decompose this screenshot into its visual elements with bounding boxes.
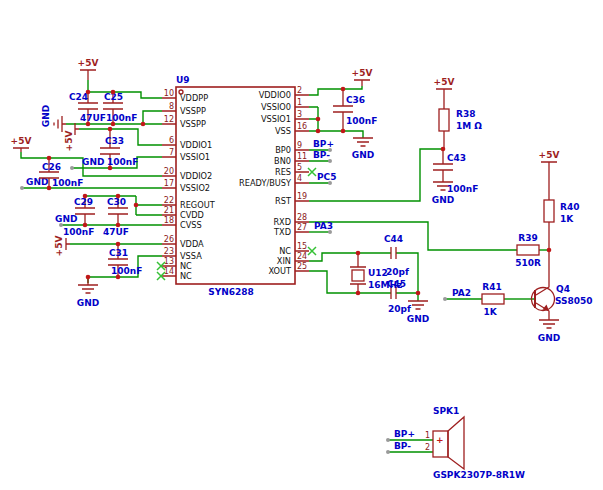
svg-text:R40: R40 <box>560 202 579 212</box>
svg-text:VDDPP: VDDPP <box>180 93 208 103</box>
svg-text:28: 28 <box>297 213 307 222</box>
svg-text:NC: NC <box>279 246 291 256</box>
gnd-label-rotated: GND <box>41 105 51 127</box>
svg-text:26: 26 <box>164 235 174 244</box>
svg-text:RXD: RXD <box>273 217 291 227</box>
svg-text:VSSPP: VSSPP <box>180 106 206 116</box>
svg-text:22: 22 <box>164 196 174 205</box>
svg-text:SS8050: SS8050 <box>555 296 593 306</box>
svg-text:VSS: VSS <box>275 126 291 136</box>
svg-text:+5V: +5V <box>434 77 455 87</box>
svg-text:20: 20 <box>164 167 174 176</box>
svg-text:23: 23 <box>164 247 174 256</box>
svg-text:1K: 1K <box>560 214 574 224</box>
net-label-bp-plus: BP+ <box>313 139 334 149</box>
capacitor-c31: C31 100nF <box>108 244 142 277</box>
gnd-symbol <box>408 301 428 309</box>
svg-text:9: 9 <box>297 141 302 150</box>
svg-text:XIN: XIN <box>277 256 291 266</box>
net-label-bp-minus: BP- <box>394 441 411 451</box>
ic-right-pin-numbers: 2 1 3 16 9 11 5 4 19 28 27 15 24 25 <box>297 86 307 271</box>
gnd-net-label: GND <box>82 157 104 167</box>
svg-text:C33: C33 <box>105 136 124 146</box>
svg-text:47UF: 47UF <box>103 227 129 237</box>
svg-text:25: 25 <box>297 262 307 271</box>
svg-text:REGOUT: REGOUT <box>180 200 216 210</box>
svg-text:11: 11 <box>297 152 307 161</box>
capacitor-c33: C33 100nF <box>100 129 138 168</box>
svg-text:18: 18 <box>164 216 174 225</box>
svg-text:17: 17 <box>164 179 174 188</box>
plus5v-symbol-rotated <box>75 123 79 135</box>
capacitor-c25: C25 100nF <box>103 92 137 124</box>
svg-text:XOUT: XOUT <box>268 266 292 276</box>
svg-text:BP0: BP0 <box>275 145 291 155</box>
svg-text:3: 3 <box>297 110 302 119</box>
svg-text:TXD: TXD <box>273 227 291 237</box>
net-label-bp-minus: BP- <box>313 150 330 160</box>
gnd-symbol-rotated <box>54 116 66 132</box>
svg-text:19: 19 <box>297 192 307 201</box>
capacitor-c30: C30 47UF <box>103 196 129 237</box>
svg-text:14: 14 <box>164 267 174 276</box>
svg-text:C36: C36 <box>346 95 365 105</box>
speaker-pin1: 1 <box>425 431 430 440</box>
capacitor-c36: C36 100nF <box>333 89 377 131</box>
svg-text:1M Ω: 1M Ω <box>456 121 482 131</box>
svg-text:VSSPP: VSSPP <box>180 119 206 129</box>
svg-text:C44: C44 <box>384 234 403 244</box>
svg-text:7: 7 <box>169 148 174 157</box>
schematic-page: U9 SYN6288 10 8 12 6 7 20 17 22 21 18 26… <box>0 0 603 490</box>
svg-text:RST: RST <box>275 196 292 206</box>
svg-text:C43: C43 <box>447 153 466 163</box>
svg-text:GND: GND <box>352 150 374 160</box>
svg-text:20pf: 20pf <box>388 304 411 314</box>
speaker-spk1: + 1 2 SPK1 GSPK2307P-8R1W BP+ BP- <box>394 406 525 480</box>
svg-text:+5V: +5V <box>352 68 373 78</box>
plus5v-symbol <box>13 148 29 152</box>
svg-text:12: 12 <box>164 115 174 124</box>
svg-text:10: 10 <box>164 89 174 98</box>
svg-text:47UF: 47UF <box>80 113 106 123</box>
svg-text:VSSIO0: VSSIO0 <box>261 102 291 112</box>
svg-text:BN0: BN0 <box>274 156 291 166</box>
svg-text:C29: C29 <box>74 197 93 207</box>
svg-text:1K: 1K <box>483 307 497 317</box>
svg-text:100nF: 100nF <box>107 157 138 167</box>
svg-text:GND: GND <box>77 298 99 308</box>
svg-text:100nF: 100nF <box>106 113 137 123</box>
plus5v-symbol <box>541 162 557 200</box>
svg-text:GND: GND <box>538 333 560 343</box>
net-label-bp-plus: BP+ <box>394 429 415 439</box>
svg-text:2: 2 <box>297 86 302 95</box>
svg-text:C24: C24 <box>69 92 88 102</box>
schematic-drawing: U9 SYN6288 10 8 12 6 7 20 17 22 21 18 26… <box>0 0 603 490</box>
ic-designator: U9 <box>176 75 190 85</box>
svg-text:NC: NC <box>180 271 192 281</box>
svg-text:13: 13 <box>164 257 174 266</box>
net-label-pa2: PA2 <box>452 288 471 298</box>
gnd-symbol <box>539 320 559 328</box>
svg-text:16MHz: 16MHz <box>368 280 402 290</box>
plus5v-label: +5V <box>78 58 99 68</box>
svg-text:CVSS: CVSS <box>180 220 202 230</box>
svg-text:15: 15 <box>297 242 307 251</box>
svg-text:RES: RES <box>275 167 291 177</box>
plus5v-symbol <box>80 70 96 80</box>
svg-text:24: 24 <box>297 252 307 261</box>
svg-text:Q4: Q4 <box>556 284 570 294</box>
svg-text:100nF: 100nF <box>346 116 377 126</box>
svg-text:VSSA: VSSA <box>180 251 202 261</box>
capacitor-c43: C43 100nF <box>433 149 478 194</box>
svg-text:R38: R38 <box>456 109 475 119</box>
gnd-symbol <box>353 138 373 146</box>
svg-text:GND: GND <box>432 195 454 205</box>
speaker-part-number: GSPK2307P-8R1W <box>433 470 525 480</box>
plus5v-symbol <box>436 89 452 109</box>
svg-text:1: 1 <box>297 98 302 107</box>
svg-text:8: 8 <box>169 102 174 111</box>
svg-text:C31: C31 <box>109 248 128 258</box>
svg-text:6: 6 <box>169 136 174 145</box>
svg-text:100nF: 100nF <box>52 178 83 188</box>
gnd-symbol <box>78 277 98 293</box>
